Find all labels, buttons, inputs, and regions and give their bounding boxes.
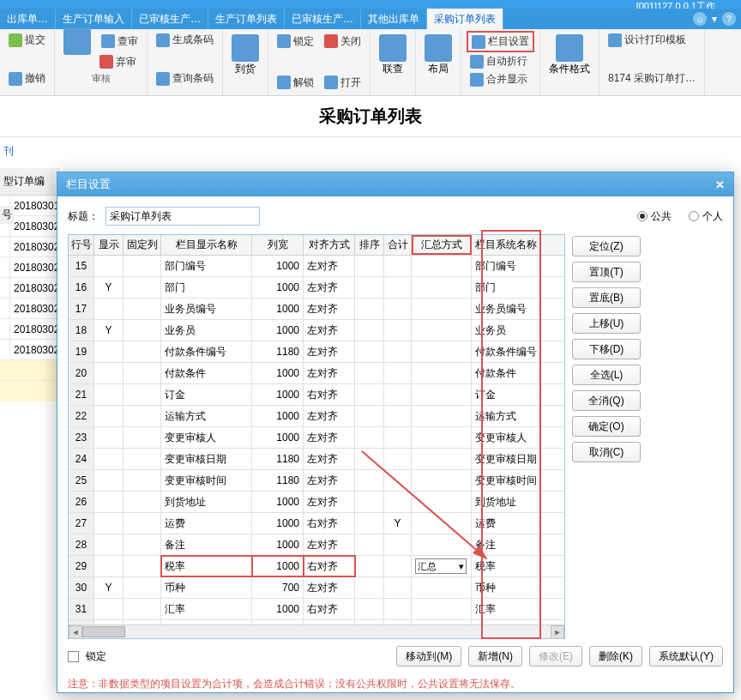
sys-cell[interactable]: 付款条件	[472, 363, 540, 383]
name-cell[interactable]: 运输方式	[161, 406, 252, 426]
fix-cell[interactable]	[124, 277, 161, 298]
align-cell[interactable]: 左对齐	[304, 299, 355, 319]
row-number[interactable]: 25	[69, 470, 94, 491]
align-cell[interactable]: 左对齐	[304, 341, 355, 362]
agg-cell[interactable]	[412, 384, 472, 405]
sort-cell[interactable]	[355, 427, 384, 448]
align-cell[interactable]: 左对齐	[304, 363, 355, 383]
show-cell[interactable]: Y	[94, 320, 124, 341]
row-number[interactable]: 19	[69, 341, 94, 362]
sort-cell[interactable]	[355, 320, 384, 341]
system-default-button[interactable]: 系统默认(Y)	[649, 646, 723, 667]
align-cell[interactable]: 左对齐	[304, 492, 355, 512]
name-cell[interactable]: 付款条件编号	[161, 341, 252, 362]
horizontal-scrollbar[interactable]: ◄ ►	[69, 625, 564, 638]
show-cell[interactable]	[94, 492, 124, 512]
sort-cell[interactable]	[355, 406, 384, 426]
fix-cell[interactable]	[124, 556, 161, 576]
sys-cell[interactable]: 税率	[472, 556, 540, 576]
sum-cell[interactable]	[384, 427, 412, 448]
dialog-title-bar[interactable]: 栏目设置 ✕	[57, 172, 733, 196]
name-cell[interactable]: 备注	[161, 534, 252, 555]
row-number[interactable]: 30	[69, 577, 94, 598]
width-cell[interactable]: 1000	[252, 556, 304, 576]
width-cell[interactable]: 1000	[252, 363, 304, 383]
name-cell[interactable]: 汇率	[161, 599, 252, 619]
sum-cell[interactable]	[384, 470, 412, 491]
fix-cell[interactable]	[124, 341, 161, 362]
agg-cell[interactable]	[412, 406, 472, 426]
sys-cell[interactable]: 运费	[472, 513, 540, 534]
width-cell[interactable]: 1000	[252, 513, 304, 534]
row-number[interactable]: 26	[69, 492, 94, 512]
sum-cell[interactable]	[384, 599, 412, 619]
sum-cell[interactable]	[384, 556, 412, 576]
select-all-button[interactable]: 全选(L)	[572, 365, 641, 385]
agg-cell[interactable]	[412, 299, 472, 319]
row-number[interactable]: 15	[69, 256, 94, 276]
sys-cell[interactable]: 变更审核人	[472, 427, 540, 448]
select-none-button[interactable]: 全消(Q)	[572, 390, 641, 411]
agg-cell[interactable]	[412, 620, 472, 625]
sum-cell[interactable]	[384, 492, 412, 512]
head-fix[interactable]: 固定列	[124, 235, 161, 255]
fix-cell[interactable]	[124, 534, 161, 555]
fix-cell[interactable]	[124, 492, 161, 512]
sort-cell[interactable]	[355, 492, 384, 512]
name-cell[interactable]: 币种	[161, 577, 252, 598]
row-number[interactable]: 32	[69, 620, 94, 625]
scroll-left-icon[interactable]: ◄	[69, 625, 82, 639]
head-align[interactable]: 对齐方式	[304, 235, 355, 255]
edit-button[interactable]: 修改(E)	[529, 646, 582, 667]
sort-cell[interactable]	[355, 513, 384, 534]
row-number[interactable]: 16	[69, 277, 94, 298]
name-cell[interactable]: 订金	[161, 384, 252, 405]
sum-cell[interactable]	[384, 299, 412, 319]
agg-cell[interactable]	[412, 256, 472, 276]
align-cell[interactable]	[304, 620, 355, 625]
sys-cell[interactable]: 业务员	[472, 320, 540, 341]
show-cell[interactable]	[94, 384, 124, 405]
sum-cell[interactable]	[384, 620, 412, 625]
width-cell[interactable]: 1000	[252, 299, 304, 319]
head-width[interactable]: 列宽	[252, 235, 304, 255]
width-cell[interactable]: 700	[252, 577, 304, 598]
fix-cell[interactable]	[124, 384, 161, 405]
row-number[interactable]: 21	[69, 384, 94, 405]
fix-cell[interactable]	[124, 599, 161, 619]
name-cell[interactable]: 业务员	[161, 320, 252, 341]
name-cell[interactable]: 税率	[161, 556, 252, 576]
down-button[interactable]: 下移(D)	[572, 339, 641, 359]
fix-cell[interactable]	[124, 513, 161, 534]
radio-private[interactable]: 个人	[689, 209, 723, 224]
new-button[interactable]: 新增(N)	[468, 646, 522, 667]
width-cell[interactable]	[252, 620, 304, 625]
sort-cell[interactable]	[355, 620, 384, 625]
width-cell[interactable]: 1180	[252, 470, 304, 491]
row-number[interactable]: 28	[69, 534, 94, 555]
head-row[interactable]: 行号	[69, 235, 94, 255]
sum-cell[interactable]	[384, 577, 412, 598]
sys-cell[interactable]: 部门	[472, 277, 540, 298]
align-cell[interactable]: 左对齐	[304, 577, 355, 598]
agg-combo[interactable]: 汇总▾	[415, 558, 467, 574]
agg-cell[interactable]	[412, 534, 472, 555]
agg-cell[interactable]	[412, 492, 472, 512]
fix-cell[interactable]	[124, 449, 161, 469]
sys-cell[interactable]	[472, 620, 540, 625]
row-number[interactable]: 29	[69, 556, 94, 576]
width-cell[interactable]: 1000	[252, 599, 304, 619]
agg-cell[interactable]	[412, 577, 472, 598]
show-cell[interactable]	[94, 599, 124, 619]
name-cell[interactable]: 业务员编号	[161, 299, 252, 319]
align-cell[interactable]: 右对齐	[304, 556, 355, 576]
sys-cell[interactable]: 变更审核日期	[472, 449, 540, 469]
sum-cell[interactable]	[384, 406, 412, 426]
name-cell[interactable]: 变更审核日期	[161, 449, 252, 469]
sort-cell[interactable]	[355, 470, 384, 491]
sort-cell[interactable]	[355, 384, 384, 405]
agg-cell[interactable]	[412, 341, 472, 362]
show-cell[interactable]	[94, 449, 124, 469]
scroll-right-icon[interactable]: ►	[551, 625, 564, 639]
show-cell[interactable]	[94, 620, 124, 625]
